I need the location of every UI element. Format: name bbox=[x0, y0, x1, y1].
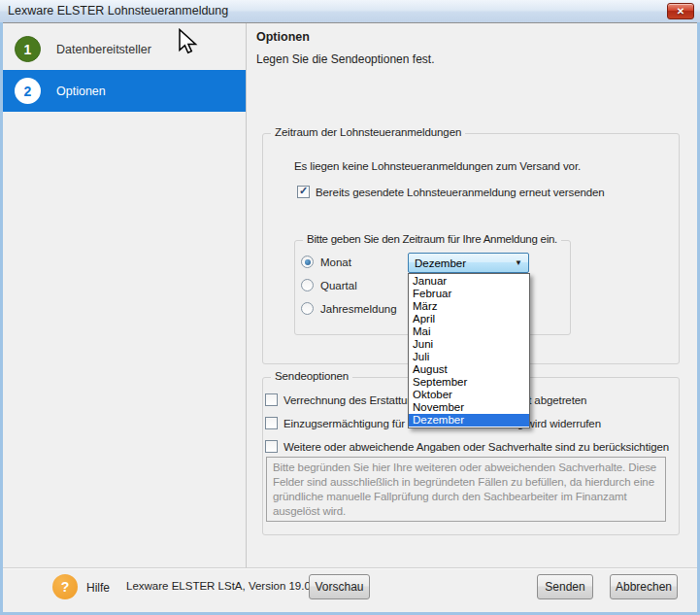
sidebar-divider bbox=[246, 23, 247, 568]
radio-quartal[interactable] bbox=[301, 279, 314, 291]
radio-quartal-row: Quartal bbox=[301, 279, 357, 291]
dialog-window: Lexware ELSTER Lohnsteueranmeldung ✕ 1 D… bbox=[0, 0, 700, 615]
weitere-angaben-checkbox-label: Weitere oder abweichende Angaben oder Sa… bbox=[283, 441, 669, 453]
help-question-glyph: ? bbox=[61, 579, 70, 595]
verrechnung-checkbox[interactable] bbox=[265, 393, 278, 406]
month-dropdown-list: Januar Februar März April Mai Juni Juli … bbox=[408, 273, 530, 428]
period-groupbox-caption: Bitte geben Sie den Zeitraum für Ihre An… bbox=[303, 233, 561, 245]
chevron-down-icon: ▼ bbox=[515, 258, 522, 267]
radio-monat[interactable] bbox=[301, 256, 314, 268]
help-link[interactable]: Hilfe bbox=[86, 581, 110, 595]
month-option-september[interactable]: September bbox=[409, 376, 529, 389]
abbrechen-button[interactable]: Abbrechen bbox=[610, 574, 678, 599]
sidebar-item-datenbereitsteller[interactable]: 1 Datenbereitsteller bbox=[3, 28, 246, 70]
radio-dot bbox=[305, 259, 311, 265]
month-option-juli[interactable]: Juli bbox=[409, 351, 529, 363]
wizard-sidebar: 1 Datenbereitsteller 2 Optionen bbox=[3, 23, 246, 568]
radio-monat-row: Monat bbox=[301, 256, 351, 268]
sendeoptionen-groupbox-caption: Sendeoptionen bbox=[271, 370, 352, 382]
page-title: Optionen bbox=[256, 30, 310, 44]
close-icon: ✕ bbox=[677, 6, 684, 17]
resend-checkbox-row: ✓ Bereits gesendete Lohnsteueranmeldung … bbox=[297, 186, 605, 198]
weitere-angaben-checkbox[interactable] bbox=[265, 440, 278, 453]
month-option-august[interactable]: August bbox=[409, 363, 529, 376]
weitere-angaben-checkbox-row: Weitere oder abweichende Angaben oder Sa… bbox=[265, 440, 669, 453]
sidebar-item-optionen[interactable]: 2 Optionen bbox=[3, 70, 246, 112]
version-text: Lexware ELSTER LStA, Version 19.00 bbox=[126, 580, 317, 592]
zeitraum-groupbox-caption: Zeitraum der Lohnsteueranmeldungen bbox=[271, 126, 465, 138]
month-option-februar[interactable]: Februar bbox=[409, 288, 529, 300]
vorschau-button[interactable]: Vorschau bbox=[309, 574, 370, 599]
no-submissions-status-text: Es liegen keine Lohnsteueranmeldungen zu… bbox=[294, 160, 581, 172]
resend-checkbox[interactable]: ✓ bbox=[297, 186, 310, 198]
month-combobox[interactable]: Dezember ▼ bbox=[408, 253, 529, 273]
einzugsermaechtigung-checkbox[interactable] bbox=[265, 417, 278, 429]
month-option-dezember[interactable]: Dezember bbox=[409, 414, 529, 427]
month-option-juni[interactable]: Juni bbox=[409, 338, 529, 351]
senden-button[interactable]: Senden bbox=[537, 574, 593, 599]
window-title: Lexware ELSTER Lohnsteueranmeldung bbox=[8, 4, 228, 17]
check-icon: ✓ bbox=[299, 186, 308, 196]
close-button[interactable]: ✕ bbox=[667, 3, 694, 19]
radio-monat-label: Monat bbox=[320, 256, 351, 268]
radio-jahresmeldung-row: Jahresmeldung bbox=[301, 302, 397, 315]
step-2-number: 2 bbox=[24, 84, 32, 99]
page-subtitle: Legen Sie die Sendeoptionen fest. bbox=[256, 52, 434, 66]
month-option-april[interactable]: April bbox=[409, 313, 529, 325]
step-1-badge: 1 bbox=[15, 36, 41, 62]
title-bar[interactable]: Lexware ELSTER Lohnsteueranmeldung bbox=[0, 0, 700, 22]
radio-jahresmeldung[interactable] bbox=[301, 302, 314, 315]
radio-jahresmeldung-label: Jahresmeldung bbox=[320, 303, 397, 315]
mouse-cursor-icon bbox=[177, 28, 200, 54]
begruendung-textarea: Bitte begründen Sie hier Ihre weiteren o… bbox=[266, 457, 666, 522]
step-2-badge: 2 bbox=[15, 78, 41, 104]
help-icon[interactable]: ? bbox=[52, 574, 78, 599]
step-1-number: 1 bbox=[24, 42, 32, 57]
footer-divider-highlight bbox=[0, 568, 700, 569]
month-option-maerz[interactable]: März bbox=[409, 300, 529, 313]
month-option-mai[interactable]: Mai bbox=[409, 325, 529, 338]
month-option-november[interactable]: November bbox=[409, 401, 529, 414]
month-combobox-value: Dezember bbox=[415, 257, 515, 269]
sidebar-item-label: Optionen bbox=[56, 85, 106, 98]
window-frame-left bbox=[0, 22, 3, 615]
month-option-oktober[interactable]: Oktober bbox=[409, 389, 529, 401]
month-option-januar[interactable]: Januar bbox=[409, 275, 529, 288]
resend-checkbox-label: Bereits gesendete Lohnsteueranmeldung er… bbox=[316, 187, 605, 198]
radio-quartal-label: Quartal bbox=[320, 280, 357, 291]
sidebar-item-label: Datenbereitsteller bbox=[56, 43, 151, 56]
